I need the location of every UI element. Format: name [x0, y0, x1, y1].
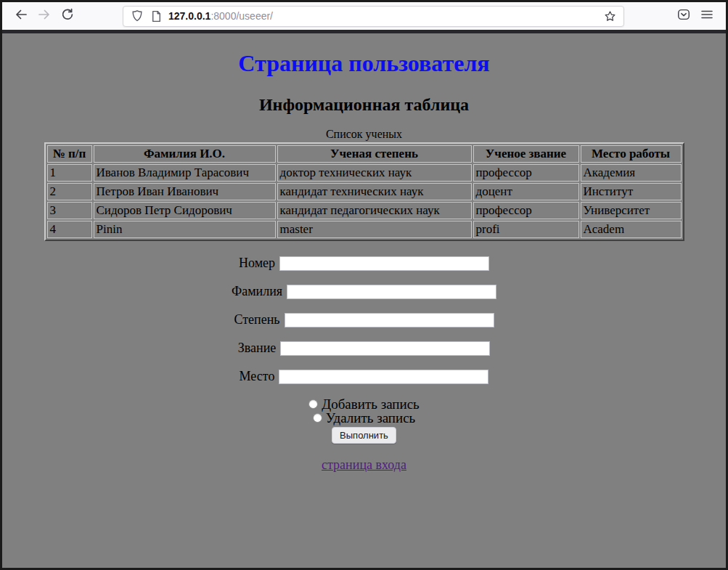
degree-field-label: Степень	[234, 312, 279, 327]
table-row: 3Сидоров Петр Сидоровичкандидат педагоги…	[47, 202, 682, 219]
table-caption: Список ученых	[2, 128, 726, 141]
browser-window: 127.0.0.1:8000/useeer/ Страница пользова…	[0, 0, 728, 570]
menu-button[interactable]	[695, 5, 719, 27]
login-page-link[interactable]: страница входа	[322, 457, 406, 472]
add-record-radio-label: Добавить запись	[322, 397, 420, 411]
form-field-row: Звание	[2, 341, 726, 356]
form-fields: НомерФамилияСтепеньЗваниеМесто	[2, 256, 726, 384]
table-cell: кандидат технических наук	[277, 183, 472, 200]
login-link-wrap: страница входа	[2, 457, 726, 473]
table-cell: профессор	[473, 202, 579, 219]
url-text: 127.0.0.1:8000/useeer/	[168, 10, 600, 22]
column-header: № п/п	[47, 145, 92, 163]
table-cell: профессор	[473, 164, 579, 182]
table-cell: Иванов Владимир Тарасович	[94, 164, 276, 182]
browser-toolbar: 127.0.0.1:8000/useeer/	[2, 2, 726, 30]
table-cell: Академия	[581, 164, 682, 182]
page-icon[interactable]	[147, 7, 165, 25]
back-icon	[14, 7, 28, 25]
forward-icon	[37, 7, 52, 25]
form-field-row: Степень	[2, 312, 726, 327]
table-cell: 3	[47, 202, 92, 219]
delete-record-radio-label: Удалить запись	[326, 411, 416, 425]
reload-icon	[60, 7, 75, 25]
column-header: Ученое звание	[473, 145, 579, 163]
table-cell: profi	[473, 221, 579, 238]
table-row: 4PininmasterprofiAcadem	[47, 221, 682, 238]
column-header: Ученая степень	[277, 145, 472, 163]
add-record-radio[interactable]	[308, 399, 318, 409]
pocket-button[interactable]	[672, 5, 695, 27]
back-button[interactable]	[9, 5, 33, 27]
table-cell: master	[277, 221, 472, 238]
record-form: НомерФамилияСтепеньЗваниеМесто Добавить …	[2, 256, 726, 444]
table-header-row: № п/пФамилия И.О.Ученая степеньУченое зв…	[47, 145, 682, 163]
workplace-field-label: Место	[240, 369, 275, 384]
delete-record-radio-row: Удалить запись	[2, 411, 726, 425]
table-cell: Academ	[581, 221, 682, 238]
delete-record-radio[interactable]	[313, 413, 322, 423]
add-record-radio-row: Добавить запись	[2, 397, 726, 411]
degree-input[interactable]	[285, 313, 494, 327]
column-header: Фамилия И.О.	[94, 145, 276, 163]
url-host: 127.0.0.1	[168, 10, 210, 22]
column-header: Место работы	[581, 145, 682, 163]
shield-icon[interactable]	[128, 7, 147, 25]
reload-button[interactable]	[56, 5, 79, 27]
execute-button[interactable]: Выполнить	[332, 427, 396, 444]
table-cell: 4	[47, 221, 92, 238]
surname-input[interactable]	[287, 285, 496, 299]
page-content: Страница пользователя Информационная таб…	[2, 33, 726, 568]
table-cell: Институт	[581, 183, 682, 200]
star-icon[interactable]	[600, 7, 619, 25]
form-field-row: Фамилия	[2, 284, 726, 299]
table-cell: Петров Иван Иванович	[94, 183, 276, 200]
pocket-icon	[676, 7, 691, 25]
table-cell: кандидат педагогических наук	[277, 202, 472, 219]
table-cell: 2	[47, 183, 92, 200]
forward-button[interactable]	[33, 5, 56, 27]
menu-icon	[700, 8, 713, 24]
surname-field-label: Фамилия	[232, 284, 282, 299]
table-cell: доцент	[473, 183, 579, 200]
table-row: 2Петров Иван Ивановичкандидат технически…	[47, 183, 682, 200]
page-title: Страница пользователя	[2, 50, 726, 77]
table-cell: доктор технических наук	[277, 164, 472, 182]
table-cell: 1	[47, 164, 92, 182]
table-row: 1Иванов Владимир Тарасовичдоктор техниче…	[47, 164, 682, 182]
table-cell: Сидоров Петр Сидорович	[94, 202, 276, 219]
form-field-row: Место	[2, 369, 726, 384]
title-input[interactable]	[280, 341, 490, 356]
number-input[interactable]	[279, 256, 489, 271]
title-field-label: Звание	[238, 341, 277, 356]
number-field-label: Номер	[239, 256, 275, 271]
table-cell: Pinin	[94, 221, 276, 238]
url-path: :8000/useeer/	[210, 10, 273, 22]
table-cell: Университет	[581, 202, 682, 219]
url-bar[interactable]: 127.0.0.1:8000/useeer/	[123, 6, 624, 27]
workplace-input[interactable]	[279, 370, 488, 384]
page-subtitle: Информационная таблица	[2, 95, 726, 115]
form-field-row: Номер	[2, 256, 726, 271]
form-radios: Добавить записьУдалить запись	[2, 397, 726, 425]
scientists-table: № п/пФамилия И.О.Ученая степеньУченое зв…	[44, 142, 684, 241]
